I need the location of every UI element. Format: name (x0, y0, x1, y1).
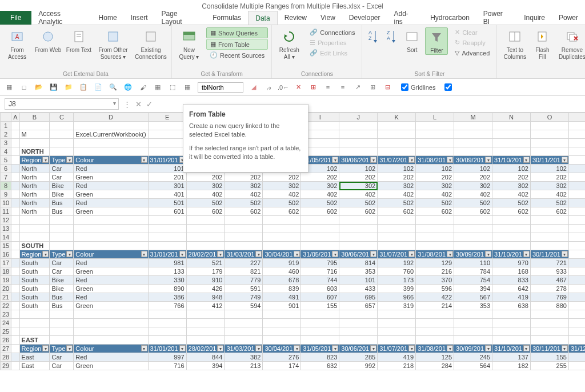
cell[interactable]: 602 (416, 207, 454, 216)
cell[interactable] (50, 233, 74, 242)
cell[interactable]: 910 (186, 276, 225, 285)
cell[interactable] (148, 319, 186, 327)
cell[interactable] (50, 336, 74, 345)
qat-brush-icon[interactable]: 🖌 (138, 83, 147, 92)
tab-access-analytic[interactable]: Access Analytic (31, 11, 91, 25)
cell[interactable] (186, 319, 225, 327)
cell[interactable]: 502 (416, 199, 454, 207)
cell[interactable]: Green (74, 207, 148, 216)
cell[interactable]: 521 (186, 259, 225, 267)
cell[interactable] (301, 225, 339, 233)
tab-powerbi[interactable]: Power BI (476, 11, 517, 25)
cell[interactable] (530, 147, 568, 156)
cell[interactable]: 844 (186, 353, 225, 362)
cell[interactable] (50, 327, 74, 336)
cell[interactable] (74, 319, 148, 327)
cell[interactable]: 133 (148, 267, 186, 276)
cell[interactable] (74, 216, 148, 225)
cell[interactable]: 502 (225, 199, 263, 207)
cell[interactable]: 386 (148, 293, 186, 302)
clear-button[interactable]: ✕Clear (451, 27, 493, 37)
table-col-header[interactable]: 31/05/201▾ (301, 345, 339, 353)
cell[interactable] (416, 319, 454, 327)
cell[interactable] (568, 327, 585, 336)
cell[interactable]: 419 (378, 353, 416, 362)
cell[interactable]: South (19, 302, 50, 310)
tab-hydrocarbon[interactable]: Hydrocarbon (423, 11, 476, 25)
show-queries-button[interactable]: ▦Show Queries (206, 27, 268, 38)
cell[interactable] (378, 130, 416, 139)
cell[interactable] (492, 147, 531, 156)
cell[interactable]: 402 (301, 190, 339, 199)
table-col-header[interactable]: 30/09/201▾ (454, 345, 492, 353)
cell[interactable] (148, 122, 186, 130)
reapply-button[interactable]: ↻Reapply (451, 38, 493, 47)
cell[interactable]: North (19, 207, 50, 216)
cell[interactable] (263, 327, 301, 336)
cell[interactable]: 285 (339, 353, 378, 362)
table-col-header[interactable]: 30/09/201▾ (454, 156, 492, 165)
existing-connections-button[interactable]: Existing Connections (134, 27, 168, 61)
cell[interactable]: 302 (378, 182, 416, 190)
col-header[interactable]: 8 (1, 182, 11, 190)
cell[interactable]: 766 (148, 302, 186, 310)
col-header[interactable]: A (11, 113, 19, 122)
cell[interactable] (148, 242, 186, 250)
col-header[interactable]: E (148, 113, 186, 122)
table-col-header[interactable]: 31/08/201▾ (416, 156, 454, 165)
cell[interactable] (530, 336, 568, 345)
cell[interactable] (74, 327, 148, 336)
row-header[interactable]: 24 (1, 319, 11, 327)
cell[interactable] (11, 327, 19, 336)
cell[interactable]: 214 (416, 302, 454, 310)
cell[interactable]: 603 (301, 285, 339, 293)
cell[interactable] (454, 233, 492, 242)
cell[interactable] (568, 362, 585, 370)
cell[interactable]: 173 (378, 276, 416, 285)
col-header[interactable]: 20 (1, 285, 11, 293)
cell[interactable]: North (19, 165, 50, 173)
cell[interactable] (263, 233, 301, 242)
qat-delete-row-icon[interactable]: ✕ (294, 83, 303, 92)
cell[interactable]: 394 (186, 362, 225, 370)
cell[interactable] (11, 310, 19, 319)
cell[interactable]: 632 (301, 362, 339, 370)
cell[interactable]: 602 (454, 207, 492, 216)
cell[interactable]: 137 (492, 353, 531, 362)
cell[interactable] (492, 310, 531, 319)
col-header[interactable]: 7 (1, 173, 11, 182)
cell[interactable]: 602 (263, 207, 301, 216)
cell[interactable]: 302 (339, 182, 378, 190)
cell[interactable] (568, 199, 585, 207)
cell[interactable] (186, 242, 225, 250)
cell[interactable] (378, 216, 416, 225)
cell[interactable]: Bike (50, 190, 74, 199)
cell[interactable] (11, 345, 19, 353)
cell[interactable]: Car (50, 267, 74, 276)
tab-addins[interactable]: Add-ins (387, 11, 424, 25)
cell[interactable]: NORTH (19, 147, 50, 156)
cell[interactable] (378, 242, 416, 250)
cell[interactable]: 179 (186, 267, 225, 276)
cell[interactable]: 642 (492, 285, 531, 293)
qat-paste-icon[interactable]: 📄 (94, 83, 103, 92)
cell[interactable]: 901 (263, 302, 301, 310)
cell[interactable]: 502 (186, 199, 225, 207)
cell[interactable]: 202 (263, 173, 301, 182)
cell[interactable] (186, 225, 225, 233)
cell[interactable]: 502 (301, 199, 339, 207)
col-header[interactable]: 28 (1, 353, 11, 362)
tab-developer[interactable]: Developer (342, 11, 387, 25)
cell[interactable]: Bus (50, 199, 74, 207)
advanced-button[interactable]: ▽Advanced (451, 48, 493, 58)
cell[interactable] (11, 139, 19, 147)
cancel-icon[interactable]: ✕ (135, 100, 142, 109)
cell[interactable] (148, 139, 186, 147)
cell[interactable] (492, 233, 531, 242)
cell[interactable] (263, 310, 301, 319)
table-col-header[interactable]: Region▾ (19, 156, 50, 165)
cell[interactable] (492, 242, 531, 250)
cell[interactable]: 301 (148, 182, 186, 190)
cell[interactable] (416, 130, 454, 139)
cell[interactable] (416, 327, 454, 336)
